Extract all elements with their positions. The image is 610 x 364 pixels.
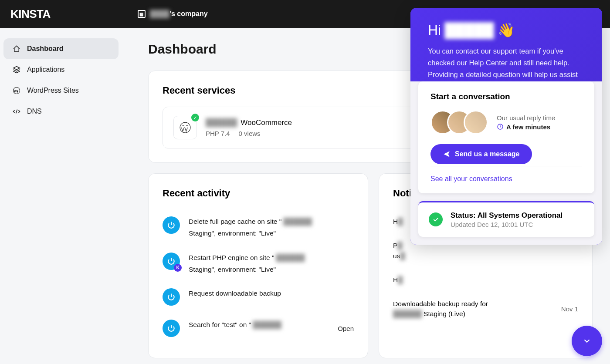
company-selector[interactable]: ▦ ████'s company xyxy=(138,10,208,18)
activity-item[interactable]: Delete full page cache on site "██████ S… xyxy=(163,209,354,246)
card-title: Recent activity xyxy=(163,188,354,199)
building-icon: ▦ xyxy=(138,10,146,18)
status-updated: Updated Dec 12, 10:01 UTC xyxy=(451,221,563,228)
power-icon xyxy=(163,320,180,337)
sidebar-item-label: WordPress Sites xyxy=(27,87,79,94)
support-conversation-card: Start a conversation Our usual reply tim… xyxy=(418,81,594,193)
layers-icon xyxy=(12,65,21,74)
clock-icon xyxy=(497,123,504,130)
power-icon xyxy=(163,288,180,306)
activity-text: Restart PHP engine on site "██████ Stagi… xyxy=(189,253,354,275)
chevron-down-icon xyxy=(582,336,592,346)
sidebar-item-label: DNS xyxy=(27,108,42,115)
sidebar-item-label: Dashboard xyxy=(27,45,64,53)
sidebar: Dashboard Applications WordPress Sites D… xyxy=(0,28,122,132)
recent-activity-card: Recent activity Delete full page cache o… xyxy=(148,173,368,358)
power-icon: K xyxy=(163,253,180,270)
activity-item[interactable]: Search for "test" on "██████ Open xyxy=(163,313,354,344)
reply-time-value: A few minutes xyxy=(506,123,550,131)
status-title: Status: All Systems Operational xyxy=(451,211,563,220)
notification-date: Nov 1 xyxy=(561,305,578,313)
status-card[interactable]: Status: All Systems Operational Updated … xyxy=(418,201,594,237)
sidebar-item-dashboard[interactable]: Dashboard xyxy=(3,38,119,59)
reply-time-label: Our usual reply time xyxy=(497,114,555,121)
support-description: You can contact our support team if you'… xyxy=(428,45,585,93)
sidebar-item-wordpress[interactable]: WordPress Sites xyxy=(3,80,119,101)
avatar xyxy=(464,110,488,135)
power-icon xyxy=(163,216,180,234)
support-toggle-button[interactable] xyxy=(572,326,602,356)
support-greeting: Hi █████ 👋 xyxy=(428,22,585,38)
sidebar-item-dns[interactable]: DNS xyxy=(3,101,119,122)
check-icon xyxy=(429,212,443,226)
service-icon: ✓ xyxy=(173,116,197,139)
sidebar-item-applications[interactable]: Applications xyxy=(3,59,119,80)
notification-item[interactable]: Downloadable backup ready for ██████ Sta… xyxy=(393,292,578,326)
k-badge-icon: K xyxy=(174,264,182,272)
sidebar-item-label: Applications xyxy=(27,66,64,74)
support-widget: Hi █████ 👋 You can contact our support t… xyxy=(410,8,602,245)
activity-item[interactable]: Request downloadable backup xyxy=(163,281,354,313)
activity-text: Request downloadable backup xyxy=(189,288,281,298)
notification-item[interactable]: H█ xyxy=(393,268,578,292)
avatar-stack xyxy=(430,110,488,135)
activity-text: Search for "test" on "██████ xyxy=(189,320,281,330)
see-all-conversations-link[interactable]: See all your conversations xyxy=(430,166,582,183)
status-online-icon: ✓ xyxy=(191,114,199,121)
logo: KINSTA xyxy=(10,7,51,21)
activity-text: Delete full page cache on site "██████ S… xyxy=(189,216,354,239)
open-link[interactable]: Open xyxy=(338,325,354,332)
send-message-button[interactable]: Send us a message xyxy=(430,144,532,164)
support-card-title: Start a conversation xyxy=(430,92,582,101)
wordpress-icon xyxy=(180,122,191,133)
dns-icon xyxy=(12,107,21,116)
home-icon xyxy=(12,44,21,53)
wordpress-icon xyxy=(12,86,21,95)
send-icon xyxy=(443,150,451,158)
wave-icon: 👋 xyxy=(498,22,515,38)
activity-item[interactable]: K Restart PHP engine on site "██████ Sta… xyxy=(163,246,354,282)
